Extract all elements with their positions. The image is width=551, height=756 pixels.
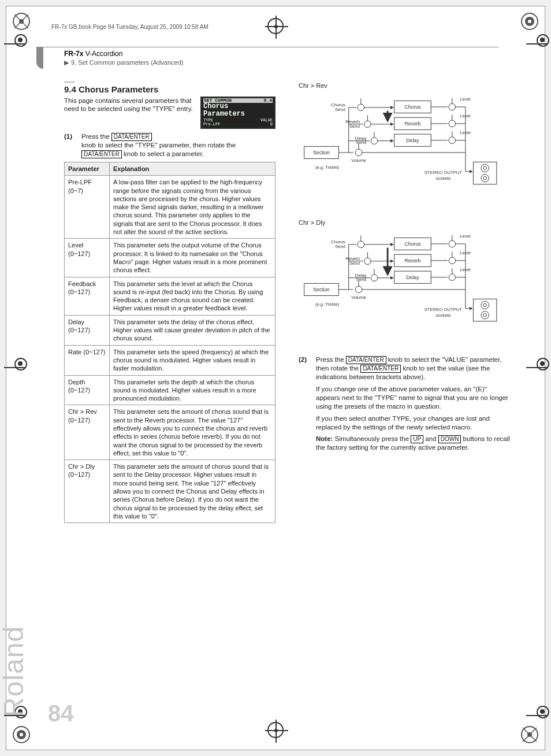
data-enter-key-3: DATA/ENTER: [346, 356, 386, 364]
s2-p2: If you change one of the above parameter…: [316, 385, 510, 411]
param-explanation: This parameter sets the speed (frequency…: [110, 345, 276, 375]
step-2-num: (2): [299, 355, 311, 453]
up-key: UP: [411, 435, 423, 443]
svg-point-91: [449, 240, 456, 247]
svg-point-111: [481, 312, 489, 319]
svg-point-73: [364, 258, 371, 265]
running-head: FR-7x GB.book Page 84 Tuesday, August 25…: [51, 24, 209, 30]
page-header: FR-7x V-Accordion ▶9. Set Common paramet…: [36, 47, 498, 69]
triangle-icon: ▶: [64, 59, 69, 66]
svg-text:sockets: sockets: [435, 176, 451, 181]
svg-point-7: [20, 733, 23, 736]
svg-point-96: [449, 257, 456, 264]
svg-point-62: [355, 286, 362, 293]
sidemark-right-bot: [526, 713, 547, 720]
diagram-chr-rev: Chr > Rev Section (e.g. Treble): [299, 81, 510, 202]
svg-point-101: [449, 274, 456, 281]
lcd-l5a: Pre-LPF: [203, 123, 220, 127]
sidemark-left-mid: [4, 365, 25, 372]
svg-rect-51: [473, 162, 496, 185]
table-row: Chr > Dly (0~127)This parameter sets the…: [65, 460, 276, 523]
svg-point-79: [371, 275, 378, 281]
param-name: Chr > Rev (0~127): [65, 405, 110, 460]
s1-a: Press the: [81, 133, 111, 140]
table-row: Depth (0~127)This parameter sets the dep…: [65, 375, 276, 405]
step-1-text: Press the DATA/ENTER knob to select the …: [81, 132, 276, 158]
note-label: Note:: [316, 435, 333, 442]
lbl-chorus: Chorus: [404, 104, 421, 110]
data-enter-key-2: DATA/ENTER: [81, 150, 122, 158]
svg-text:Send: Send: [335, 107, 345, 112]
deco-br: [519, 724, 540, 745]
param-name: Feedback (0~127): [65, 277, 110, 315]
svg-text:Section: Section: [313, 287, 330, 292]
parameter-table: Parameter Explanation Pre-LPF (0~7)A low…: [64, 162, 276, 523]
diagram-1-title: Chr > Rev: [299, 81, 510, 90]
s1-b: knob to select the "TYPE" parameter, the…: [81, 142, 236, 149]
svg-text:Chorus: Chorus: [404, 241, 421, 247]
note-a: Simultaneously press the: [333, 435, 411, 442]
regmark-bottom: [267, 722, 284, 738]
lcd-l5b: 0: [270, 123, 273, 127]
table-row: Chr > Rev (0~127)This parameter sets the…: [65, 405, 276, 460]
intro-block: This page contains several parameters th…: [64, 97, 276, 129]
svg-point-112: [483, 314, 487, 317]
data-enter-key: DATA/ENTER: [111, 133, 152, 141]
svg-text:(e.g. Treble): (e.g. Treble): [315, 302, 340, 307]
table-row: Level (0~127)This parameter sets the out…: [65, 239, 276, 277]
svg-point-55: [483, 177, 487, 180]
svg-text:Delay: Delay: [406, 275, 419, 280]
lbl-section: Section: [313, 150, 330, 155]
svg-text:Send: Send: [349, 124, 360, 129]
svg-point-45: [449, 137, 456, 144]
param-explanation: This parameter sets the depth at which t…: [110, 375, 276, 405]
svg-point-1: [19, 19, 24, 24]
signal-flow-svg-2: Section (e.g. Treble) Volume ChorusSend …: [299, 228, 510, 339]
svg-point-28: [371, 138, 378, 144]
sidemark-right-top: [526, 41, 547, 48]
svg-point-37: [449, 103, 456, 110]
regmark-top: [267, 18, 284, 34]
lbl-delay: Delay: [406, 138, 419, 143]
svg-point-110: [483, 303, 487, 307]
svg-text:STEREO OUTPUT: STEREO OUTPUT: [425, 307, 463, 313]
step-2: (2) Press the DATA/ENTER knob to select …: [299, 355, 510, 453]
deco-bl: [11, 724, 32, 745]
step-1-num: (1): [64, 132, 77, 158]
svg-point-16: [358, 104, 364, 111]
product-title: FR-7x V-Accordion: [64, 50, 498, 58]
product-bold: FR-7x: [64, 50, 83, 58]
svg-text:STEREO OUTPUT: STEREO OUTPUT: [425, 171, 463, 176]
param-name: Pre-LPF (0~7): [65, 176, 110, 239]
lbl-level-1: Level: [460, 97, 471, 102]
step-2-text: Press the DATA/ENTER knob to select the …: [316, 355, 510, 453]
svg-point-12: [355, 149, 362, 156]
param-name: Rate (0~127): [65, 345, 110, 375]
lcd-bar-right: 9.4: [264, 98, 272, 103]
table-row: Pre-LPF (0~7)A low-pass filter can be ap…: [65, 176, 276, 239]
breadcrumb-text: 9. Set Common parameters (Advanced): [71, 59, 183, 66]
svg-text:Send: Send: [356, 140, 367, 146]
table-head-row: Parameter Explanation: [65, 162, 276, 175]
data-enter-key-4: DATA/ENTER: [360, 365, 401, 373]
deco-tl: [11, 11, 32, 32]
svg-rect-108: [473, 299, 496, 321]
param-name: Delay (0~127): [65, 315, 110, 345]
signal-flow-svg-1: Section (e.g. Treble) Volume Choru: [299, 91, 510, 202]
lcd-screenshot: SET COMMON9.4 Chorus Parameters TYPEVALU…: [200, 97, 276, 129]
down-key: DOWN: [438, 435, 461, 443]
param-explanation: This parameter sets the amount of chorus…: [110, 405, 276, 460]
table-row: Delay (0~127)This parameter sets the del…: [65, 315, 276, 345]
body: 9.4 Chorus Parameters This page contains…: [64, 81, 510, 715]
svg-text:Level: Level: [460, 234, 471, 239]
deco-tr: [519, 11, 540, 32]
svg-text:Send: Send: [349, 261, 360, 266]
step-1: (1) Press the DATA/ENTER knob to select …: [64, 132, 276, 158]
svg-text:Send: Send: [356, 277, 367, 283]
s2-note: Note: Simultaneously press the UP and DO…: [316, 435, 510, 452]
lbl-section-eg: (e.g. Treble): [315, 165, 340, 170]
svg-point-54: [481, 175, 489, 182]
param-explanation: This parameter sets the output volume of…: [110, 239, 276, 277]
svg-point-109: [481, 301, 489, 309]
svg-text:Reverb: Reverb: [404, 258, 420, 264]
